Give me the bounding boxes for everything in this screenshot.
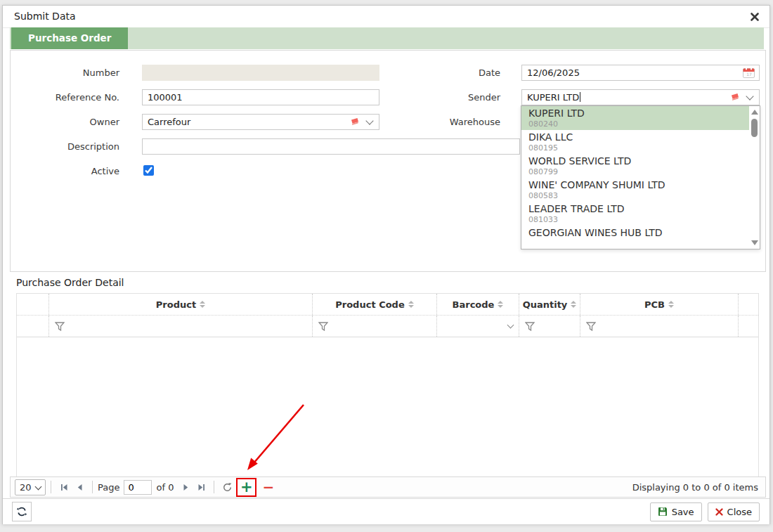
save-floppy-icon	[658, 507, 668, 517]
spacer-column-header	[738, 294, 758, 315]
next-page-button[interactable]	[178, 479, 193, 495]
dialog-title: Submit Data	[14, 11, 76, 22]
filter-cell-spacer	[738, 316, 758, 337]
sort-icon[interactable]	[200, 301, 205, 308]
number-input	[142, 65, 379, 81]
dialog-footer: Save Close	[3, 498, 769, 524]
filter-cell-pcb[interactable]	[580, 316, 738, 337]
dropdown-item[interactable]: GEORGIAN WINES HUB LTD	[521, 226, 749, 249]
save-button[interactable]: Save	[650, 502, 702, 521]
first-page-button[interactable]	[56, 479, 72, 495]
owner-combo[interactable]: Carrefour	[142, 114, 379, 130]
dropdown-item[interactable]: DIKA LLC 080195	[521, 130, 749, 154]
last-page-button[interactable]	[193, 479, 209, 495]
warehouse-label: Warehouse	[394, 114, 500, 130]
column-header-product-code[interactable]: Product Code	[312, 294, 436, 315]
column-header-barcode[interactable]: Barcode	[436, 294, 519, 315]
page-of-label: of 0	[156, 482, 174, 493]
date-label: Date	[394, 65, 500, 81]
submit-data-dialog: Submit Data Purchase Order Number Refere…	[2, 5, 770, 524]
refresh-icon	[16, 506, 27, 517]
remove-row-button[interactable]: −	[262, 480, 274, 494]
active-label: Active	[11, 163, 119, 179]
page-number-input[interactable]	[124, 480, 152, 495]
scroll-thumb[interactable]	[751, 119, 758, 137]
filter-cell-quantity[interactable]	[519, 316, 580, 337]
owner-value: Carrefour	[148, 117, 349, 127]
page-label: Page	[98, 482, 119, 493]
sender-clear-icon[interactable]	[729, 93, 740, 102]
close-button[interactable]: Close	[708, 502, 760, 521]
owner-chevron-down-icon[interactable]	[365, 117, 373, 124]
sender-value: KUPERI LTD	[527, 92, 729, 103]
chevron-down-icon	[35, 483, 42, 490]
grid-filter-row	[17, 315, 758, 337]
close-x-icon	[715, 508, 723, 516]
scroll-up-icon[interactable]	[751, 110, 758, 115]
grid-header-row: Product Product Code Barcode Quantity PC…	[17, 294, 758, 315]
divider	[214, 481, 214, 493]
annotation-highlight-box: +	[236, 478, 256, 497]
add-row-button[interactable]: +	[240, 480, 253, 495]
filter-funnel-icon[interactable]	[318, 322, 328, 331]
calendar-icon[interactable]: 17	[743, 67, 755, 78]
sort-icon[interactable]	[668, 301, 674, 308]
divider	[51, 481, 51, 493]
previous-page-button[interactable]	[72, 479, 87, 495]
filter-cell-selector	[17, 316, 48, 337]
active-checkbox[interactable]	[143, 165, 154, 176]
page-background: Submit Data Purchase Order Number Refere…	[0, 0, 773, 532]
pagination-bar: 20 Page of 0 +	[10, 476, 766, 498]
text-caret	[580, 92, 580, 102]
form-panel: Number Reference No. Owner Carrefour Des…	[10, 50, 766, 272]
column-header-quantity[interactable]: Quantity	[519, 294, 580, 315]
sort-icon[interactable]	[408, 301, 414, 308]
scroll-down-icon[interactable]	[751, 240, 758, 245]
dropdown-item[interactable]: LEADER TRADE LTD 081033	[521, 202, 749, 226]
sender-combo[interactable]: KUPERI LTD	[521, 89, 760, 105]
detail-section-title: Purchase Order Detail	[16, 272, 124, 293]
description-label: Description	[11, 138, 119, 155]
divider	[92, 481, 93, 493]
sort-icon[interactable]	[498, 301, 503, 308]
reference-label: Reference No.	[11, 89, 119, 105]
owner-clear-icon[interactable]	[349, 117, 360, 126]
owner-label: Owner	[11, 114, 119, 130]
filter-chevron-down-icon[interactable]	[507, 322, 514, 329]
svg-text:17: 17	[746, 72, 752, 77]
date-field[interactable]: 12/06/2025 17	[521, 65, 760, 81]
column-header-pcb[interactable]: PCB	[580, 294, 738, 315]
refresh-button[interactable]	[12, 502, 32, 521]
number-label: Number	[11, 65, 119, 81]
reference-input[interactable]	[142, 89, 379, 105]
filter-cell-product-code[interactable]	[312, 316, 436, 337]
sort-icon[interactable]	[571, 301, 576, 308]
tab-purchase-order[interactable]: Purchase Order	[11, 27, 128, 49]
page-size-select[interactable]: 20	[15, 479, 46, 495]
dropdown-item[interactable]: WINE' COMPANY SHUMI LTD 080583	[521, 178, 749, 202]
tab-bar: Purchase Order	[10, 27, 764, 49]
filter-funnel-icon[interactable]	[525, 322, 535, 331]
sender-label: Sender	[394, 89, 500, 105]
date-value: 12/06/2025	[527, 67, 743, 78]
dialog-close-icon[interactable]	[750, 11, 760, 21]
dropdown-scrollbar[interactable]	[749, 106, 760, 249]
filter-funnel-icon[interactable]	[55, 322, 65, 331]
tab-label: Purchase Order	[28, 32, 111, 44]
selector-column-header	[17, 294, 48, 315]
description-input[interactable]	[142, 138, 520, 155]
dialog-header: Submit Data	[3, 6, 769, 28]
filter-funnel-icon[interactable]	[586, 322, 596, 331]
column-header-product[interactable]: Product	[48, 294, 312, 315]
grid-empty-body	[17, 337, 758, 477]
dropdown-item[interactable]: KUPERI LTD 080240	[521, 106, 749, 130]
filter-cell-barcode[interactable]	[436, 316, 519, 337]
sender-chevron-down-icon[interactable]	[746, 92, 753, 100]
reload-grid-icon[interactable]	[219, 479, 235, 495]
detail-grid: Product Product Code Barcode Quantity PC…	[16, 293, 759, 477]
sender-dropdown-list: KUPERI LTD 080240 DIKA LLC 080195 WORLD …	[521, 105, 760, 249]
display-status: Displaying 0 to 0 of 0 items	[632, 482, 758, 493]
dropdown-item[interactable]: WORLD SERVICE LTD 080799	[521, 154, 749, 178]
filter-cell-product[interactable]	[48, 316, 312, 337]
